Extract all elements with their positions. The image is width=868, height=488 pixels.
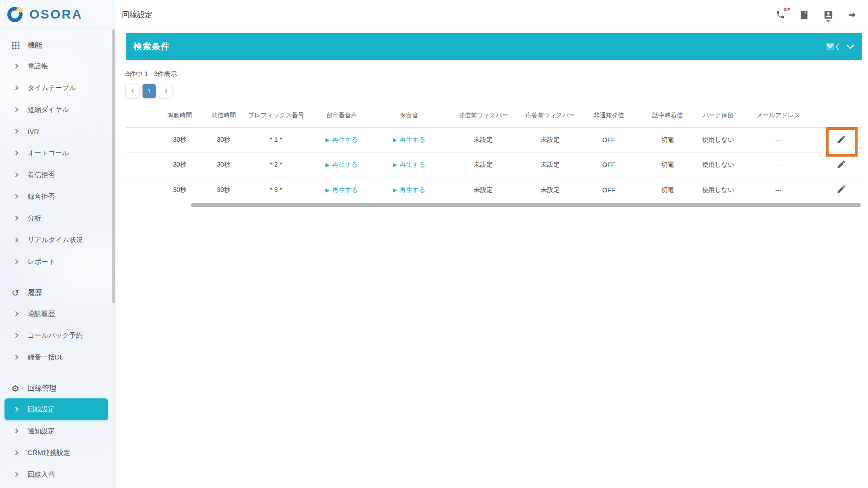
sidebar-item-line-swap[interactable]: 回線入替 [0,464,116,485]
chevron-right-icon [14,172,19,177]
play-voicemail-link[interactable]: ▶再生する [325,136,358,144]
sidebar: OSORA 機能 電話帳 タイムテーブル 短縮ダイヤル [0,0,116,488]
pagination-page-1-button[interactable]: 1 [143,84,156,98]
sidebar-item-speed-dial[interactable]: 短縮ダイヤル [0,99,116,120]
chevron-right-icon [14,450,19,455]
chevron-right-icon [14,215,19,221]
edit-row-button[interactable] [835,158,848,172]
play-icon: ▶ [325,137,329,143]
chevron-left-icon [131,88,134,94]
section-label: 機能 [28,41,42,50]
osora-logo-icon [6,6,24,23]
contact-book-icon [799,10,809,20]
account-button[interactable] [822,9,834,21]
col-voicemail-audio: 留守番音声 [307,111,377,120]
section-history: ↺ 履歴 [0,283,116,303]
edit-row-button[interactable] [835,182,848,197]
chevron-right-icon [14,311,19,316]
col-ring-time: 鳴動時間 [157,111,202,120]
sidebar-item-realtime-status[interactable]: リアルタイム状況 [0,229,116,251]
sidebar-item-timetable[interactable]: タイムテーブル [0,77,116,99]
chevron-down-icon [846,44,854,49]
grid-icon [10,42,21,49]
sidebar-item-analytics[interactable]: 分析 [0,207,116,229]
play-icon: ▶ [325,162,329,167]
col-pre-answer-whisper: 応答前ウィスパー [525,111,576,120]
sidebar-item-notification-settings[interactable]: 通知設定 [0,420,116,442]
sidebar-item-autocall[interactable]: オートコール [0,142,116,164]
search-panel-title: 検索条件 [134,41,170,53]
chevron-right-icon [14,107,19,112]
sip-phone-button[interactable]: SIP [774,9,786,21]
sidebar-item-crm-integration[interactable]: CRM連携設定 [0,442,116,464]
table-row: 30秒 30秒 ＊2＊ ▶再生する ▶再生する 未設定 未設定 OFF 切電 使… [126,153,862,177]
chevron-right-icon [14,194,19,199]
section-label: 回線管理 [28,384,57,393]
chevron-right-icon [164,88,168,94]
sidebar-item-line-settings[interactable]: 回線設定 [5,398,108,420]
search-panel-toggle[interactable]: 開く [826,42,854,52]
pencil-icon [836,159,846,169]
history-icon: ↺ [10,288,21,297]
brand-logo[interactable]: OSORA [0,0,116,29]
col-anonymous-call: 非通知発信 [576,111,642,120]
gear-icon: ⚙ [10,384,21,393]
main-content: 検索条件 開く 3件中 1 - 3件表示 1 鳴動時間 発信時間 プレフィックス… [116,29,868,488]
horizontal-scrollbar-thumb[interactable] [191,203,861,207]
play-hold-music-link[interactable]: ▶再生する [393,161,425,169]
caret-down-icon [826,20,830,22]
play-voicemail-link[interactable]: ▶再生する [325,186,358,194]
sidebar-item-callback-reservation[interactable]: コールバック予約 [0,325,116,346]
page-title: 回線設定 [122,10,153,20]
col-pre-dial-whisper: 発信前ウィスパー [442,111,525,120]
play-icon: ▶ [393,162,397,167]
play-icon: ▶ [393,137,397,143]
sidebar-item-record-reject[interactable]: 録音拒否 [0,186,116,207]
sidebar-item-recording-bulk-dl[interactable]: 録音一括DL [0,346,116,368]
chevron-right-icon [14,472,19,477]
table-row: 30秒 30秒 ＊1＊ ▶再生する ▶再生する 未設定 未設定 OFF 切電 使… [126,128,862,153]
play-icon: ▶ [393,187,397,193]
play-icon: ▶ [325,187,329,193]
brand-name: OSORA [29,7,83,22]
sidebar-item-call-history[interactable]: 通話履歴 [0,303,116,325]
sidebar-item-call-reject[interactable]: 着信拒否 [0,164,116,186]
sidebar-item-report[interactable]: レポート [0,251,116,273]
sidebar-item-ivr[interactable]: IVR [0,120,116,142]
highlight-annotation [826,127,858,157]
col-email-address: メールアドレス [743,111,814,120]
chevron-right-icon [14,85,19,91]
logout-button[interactable] [846,9,858,21]
col-dial-time: 発信時間 [202,111,245,120]
section-functions: 機能 [0,35,116,55]
table-row: 30秒 30秒 ＊3＊ ▶再生する ▶再生する 未設定 未設定 OFF 切電 使… [126,177,862,202]
col-park-hold: パーク保留 [693,111,743,120]
play-voicemail-link[interactable]: ▶再生する [325,161,358,169]
account-box-icon [823,10,834,20]
section-line-management: ⚙ 回線管理 [0,378,116,398]
play-hold-music-link[interactable]: ▶再生する [393,136,425,144]
appbar-icons: SIP [774,0,858,29]
pagination-next-button[interactable] [159,84,172,98]
sidebar-scrollbar-thumb[interactable] [112,29,115,303]
chevron-right-icon [14,407,19,412]
table-header-row: 鳴動時間 発信時間 プレフィックス番号 留守番音声 保留音 発信前ウィスパー 応… [126,103,862,128]
pagination-prev-button[interactable] [126,84,139,98]
play-hold-music-link[interactable]: ▶再生する [393,186,425,194]
logout-arrow-icon [847,10,857,20]
pagination: 1 [126,84,862,98]
results-count: 3件中 1 - 3件表示 [126,70,862,78]
sidebar-nav: 機能 電話帳 タイムテーブル 短縮ダイヤル IVR オートコール 着信拒否 録 [0,29,116,485]
search-conditions-panel-header[interactable]: 検索条件 開く [126,33,862,60]
sip-label: SIP [783,7,791,12]
appbar: 回線設定 SIP [116,0,868,29]
chevron-right-icon [14,63,19,69]
chevron-right-icon [14,150,19,156]
contact-book-button[interactable] [798,9,810,21]
sidebar-item-phonebook[interactable]: 電話帳 [0,55,116,77]
pencil-icon [836,184,846,194]
section-label: 履歴 [28,288,42,298]
chevron-right-icon [14,259,19,264]
chevron-right-icon [14,354,19,360]
chevron-right-icon [14,333,19,338]
